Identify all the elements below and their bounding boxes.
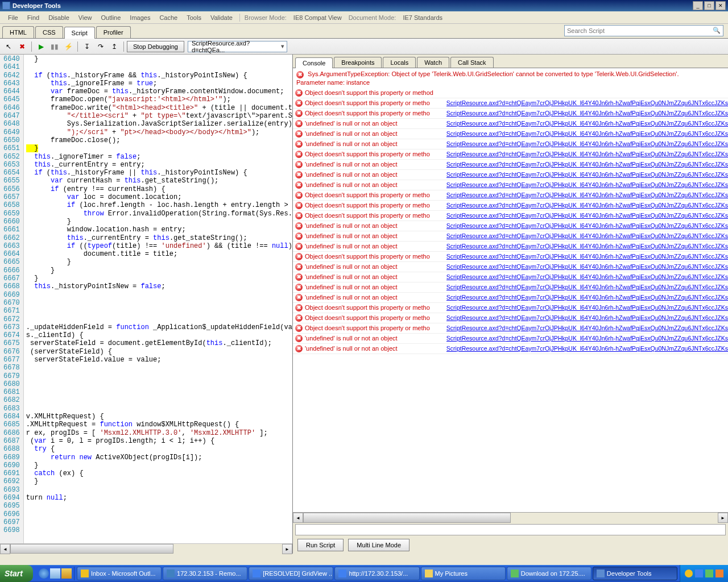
error-source-link[interactable]: ScriptResource.axd?d=chtQEaym7crOjJPHkpU… xyxy=(446,243,728,250)
error-source-link[interactable]: ScriptResource.axd?d=chtQEaym7crOjJPHkpU… xyxy=(446,140,728,147)
error-source-link[interactable]: ScriptResource.axd?d=chtQEaym7crOjJPHkpU… xyxy=(446,314,728,321)
menu-tools[interactable]: Tools xyxy=(182,13,206,23)
browser-mode[interactable]: IE8 Compat View xyxy=(289,13,346,23)
taskbar-item[interactable]: My Pictures xyxy=(421,567,506,580)
error-source-link[interactable]: ScriptResource.axd?d=chtQEaym7crOjJPHkpU… xyxy=(446,232,728,239)
break-all-icon[interactable]: ⚡ xyxy=(62,40,75,53)
scroll-thumb[interactable] xyxy=(10,544,173,554)
taskbar-item[interactable]: http://172.30.2.153/... xyxy=(334,567,419,580)
error-source-link[interactable]: ScriptResource.axd?d=chtQEaym7crOjJPHkpU… xyxy=(446,212,728,219)
step-over-icon[interactable]: ↷ xyxy=(94,40,107,53)
error-source-link[interactable]: ScriptResource.axd?d=chtQEaym7crOjJPHkpU… xyxy=(446,120,728,127)
error-source-link[interactable]: ScriptResource.axd?d=chtQEaym7crOjJPHkpU… xyxy=(446,202,728,209)
scroll-thumb[interactable] xyxy=(303,513,511,523)
error-message: Object doesn't support this property or … xyxy=(305,325,430,331)
step-into-icon[interactable]: ↧ xyxy=(81,40,93,53)
error-source-link[interactable]: ScriptResource.axd?d=chtQEaym7crOjJPHkpU… xyxy=(446,294,728,301)
scroll-right-icon[interactable]: ► xyxy=(718,513,728,523)
select-element-icon[interactable]: ↖ xyxy=(2,40,15,53)
error-source-link[interactable]: ScriptResource.axd?d=chtQEaym7crOjJPHkpU… xyxy=(446,325,728,331)
error-source-link[interactable]: ScriptResource.axd?d=chtQEaym7crOjJPHkpU… xyxy=(446,171,728,178)
scroll-left-icon[interactable]: ◄ xyxy=(293,513,303,523)
error-source-link[interactable]: ScriptResource.axd?d=chtQEaym7crOjJPHkpU… xyxy=(446,222,728,229)
show-desktop-icon[interactable] xyxy=(50,568,60,579)
quick-launch xyxy=(36,567,75,580)
tray-icon[interactable] xyxy=(695,569,703,577)
code-area[interactable]: 6640 6641 6642 6643 6644 6645 6646 6647 … xyxy=(0,55,292,543)
error-source-link[interactable]: ScriptResource.axd?d=chtQEaym7crOjJPHkpU… xyxy=(446,161,728,168)
menu-images[interactable]: Images xyxy=(125,13,155,23)
search-icon[interactable]: 🔍 xyxy=(713,27,721,35)
subtab-console[interactable]: Console xyxy=(295,57,333,68)
subtab-callstack[interactable]: Call Stack xyxy=(450,57,494,68)
maximize-button[interactable]: □ xyxy=(704,1,714,10)
error-source-link[interactable]: ScriptResource.axd?d=chtQEaym7crOjJPHkpU… xyxy=(446,263,728,270)
console-input[interactable] xyxy=(295,524,726,535)
menu-outline[interactable]: Outline xyxy=(96,13,125,23)
error-message: Object doesn't support this property or … xyxy=(305,89,433,96)
tab-html[interactable]: HTML xyxy=(2,26,34,38)
script-file-dropdown[interactable]: ScriptResource.axd?d=chtQEa... xyxy=(188,41,287,52)
play-icon[interactable]: ▶ xyxy=(35,40,47,53)
error-source-link[interactable]: ScriptResource.axd?d=chtQEaym7crOjJPHkpU… xyxy=(446,130,728,137)
menu-find[interactable]: Find xyxy=(23,13,44,23)
error-source-link[interactable]: ScriptResource.axd?d=chtQEaym7crOjJPHkpU… xyxy=(446,345,728,352)
taskbar-item[interactable]: Download on 172.25.... xyxy=(507,567,592,580)
error-icon: ✖ xyxy=(295,253,303,260)
error-source-link[interactable]: ScriptResource.axd?d=chtQEaym7crOjJPHkpU… xyxy=(446,192,728,198)
scroll-left-icon[interactable]: ◄ xyxy=(0,544,10,554)
subtab-watch[interactable]: Watch xyxy=(417,57,449,68)
close-button[interactable]: ✕ xyxy=(715,1,726,10)
code-lines[interactable]: } if (this._historyFrame && this._histor… xyxy=(24,55,292,543)
tray-icon[interactable] xyxy=(685,569,693,577)
stop-debugging-button[interactable]: Stop Debugging xyxy=(127,41,184,52)
code-hscrollbar[interactable]: ◄ ► xyxy=(0,543,292,554)
error-source-link[interactable]: ScriptResource.axd?d=chtQEaym7crOjJPHkpU… xyxy=(446,181,728,188)
step-out-icon[interactable]: ↥ xyxy=(108,40,121,53)
scroll-track[interactable] xyxy=(303,513,718,523)
tray-icon[interactable] xyxy=(705,569,713,577)
pause-icon[interactable]: ▮▮ xyxy=(48,40,61,53)
console-hscrollbar[interactable]: ◄ ► xyxy=(293,513,728,523)
system-tray[interactable] xyxy=(680,565,728,582)
search-box[interactable]: 🔍 xyxy=(564,25,723,36)
document-mode[interactable]: IE7 Standards xyxy=(398,13,447,23)
start-label: Start xyxy=(5,569,23,578)
error-source-link[interactable]: ScriptResource.axd?d=chtQEaym7crOjJPHkpU… xyxy=(446,110,728,117)
menu-file[interactable]: File xyxy=(3,13,23,23)
error-source-link[interactable]: ScriptResource.axd?d=chtQEaym7crOjJPHkpU… xyxy=(446,253,728,260)
error-source-link[interactable]: ScriptResource.axd?d=chtQEaym7crOjJPHkpU… xyxy=(446,151,728,157)
task-icon xyxy=(425,569,433,577)
menu-cache[interactable]: Cache xyxy=(155,13,182,23)
run-script-button[interactable]: Run Script xyxy=(297,539,344,551)
error-source-link[interactable]: ScriptResource.axd?d=chtQEaym7crOjJPHkpU… xyxy=(446,99,728,106)
taskbar-item[interactable]: 172.30.2.153 - Remo... xyxy=(163,567,247,580)
ie-icon[interactable] xyxy=(39,568,49,579)
scroll-right-icon[interactable]: ► xyxy=(282,544,292,554)
error-source-link[interactable]: ScriptResource.axd?d=chtQEaym7crOjJPHkpU… xyxy=(446,335,728,342)
error-source-link[interactable]: ScriptResource.axd?d=chtQEaym7crOjJPHkpU… xyxy=(446,273,728,280)
taskbar-item[interactable]: Developer Tools xyxy=(593,567,677,580)
tab-script[interactable]: Script xyxy=(64,27,95,39)
taskbar-item[interactable]: Inbox - Microsoft Outl... xyxy=(77,567,162,580)
start-button[interactable]: Start xyxy=(0,565,33,582)
error-source-link[interactable]: ScriptResource.axd?d=chtQEaym7crOjJPHkpU… xyxy=(446,284,728,290)
tray-icon[interactable] xyxy=(715,569,723,577)
subtab-locals[interactable]: Locals xyxy=(383,57,416,68)
console-area[interactable]: ✖ Sys.ArgumentTypeException: Object of t… xyxy=(293,68,728,513)
multiline-button[interactable]: Multi Line Mode xyxy=(348,539,410,551)
scroll-track[interactable] xyxy=(10,544,282,554)
clear-icon[interactable]: ✖ xyxy=(16,40,28,53)
tab-profiler[interactable]: Profiler xyxy=(96,26,131,38)
subtab-breakpoints[interactable]: Breakpoints xyxy=(334,57,382,68)
menu-disable[interactable]: Disable xyxy=(44,13,74,23)
taskbar-item[interactable]: [RESOLVED] GridView ... xyxy=(249,567,333,580)
error-source-link[interactable]: ScriptResource.axd?d=chtQEaym7crOjJPHkpU… xyxy=(446,304,728,311)
explorer-icon[interactable] xyxy=(61,568,72,579)
search-input[interactable] xyxy=(567,27,713,34)
toolbar-separator xyxy=(77,41,78,52)
menu-validate[interactable]: Validate xyxy=(206,13,237,23)
menu-view[interactable]: View xyxy=(74,13,97,23)
minimize-button[interactable]: _ xyxy=(693,1,703,10)
tab-css[interactable]: CSS xyxy=(35,26,63,38)
